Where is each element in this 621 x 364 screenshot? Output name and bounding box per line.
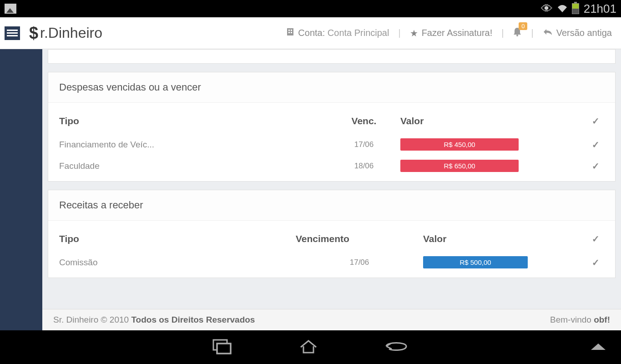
sidebar[interactable]	[0, 49, 42, 330]
notifications-button[interactable]: 0	[513, 27, 522, 39]
subscribe-link[interactable]: ★ Fazer Assinatura!	[410, 28, 493, 39]
col-header-tipo: Tipo	[59, 116, 332, 126]
income-row[interactable]: Comissão 17/06 R$ 500,00 ✓	[59, 252, 604, 273]
android-status-bar: 👁 21h01	[0, 0, 621, 17]
battery-icon	[572, 3, 579, 14]
amount-pill: R$ 650,00	[400, 160, 519, 172]
expense-row[interactable]: Financiamento de Veíc... 17/06 R$ 450,00…	[59, 134, 604, 155]
col-header-valor: Valor	[396, 116, 523, 126]
check-icon[interactable]: ✓	[592, 258, 600, 268]
svg-rect-7	[217, 344, 231, 354]
amount-pill: R$ 500,00	[423, 256, 528, 268]
clock-text: 21h01	[584, 2, 616, 16]
check-icon[interactable]: ✓	[592, 140, 600, 150]
check-header-icon: ✓	[592, 234, 600, 244]
android-nav-bar	[0, 330, 621, 364]
account-selector[interactable]: Conta: Conta Principal	[286, 27, 389, 39]
svg-point-5	[516, 35, 518, 36]
notification-badge: 0	[519, 22, 527, 30]
col-header-venc: Venc.	[332, 116, 396, 126]
eye-icon: 👁	[541, 2, 553, 16]
col-header-tipo: Tipo	[59, 233, 296, 244]
picture-notification-icon	[5, 4, 16, 14]
home-button[interactable]	[297, 337, 320, 357]
wifi-icon	[557, 2, 567, 16]
col-header-valor: Valor	[423, 233, 537, 244]
old-version-link[interactable]: Versão antiga	[543, 28, 612, 38]
svg-rect-2	[291, 30, 292, 31]
incomes-header-row: Tipo Vencimento Valor ✓	[59, 229, 604, 252]
svg-rect-3	[288, 32, 290, 33]
page-footer: Sr. Dinheiro © 2010 Todos os Direitos Re…	[42, 309, 621, 330]
svg-rect-0	[287, 28, 293, 35]
reply-icon	[543, 28, 553, 38]
check-header-icon: ✓	[592, 116, 600, 126]
check-icon[interactable]: ✓	[592, 161, 600, 171]
incomes-title: Receitas a receber	[48, 190, 615, 221]
expenses-panel: Despesas vencidas ou a vencer Tipo Venc.…	[48, 72, 616, 182]
recent-apps-button[interactable]	[211, 337, 233, 357]
expense-row[interactable]: Faculdade 18/06 R$ 650,00 ✓	[59, 155, 604, 177]
star-icon: ★	[410, 28, 418, 39]
amount-pill: R$ 450,00	[400, 138, 519, 151]
menu-icon[interactable]	[5, 26, 20, 40]
nav-menu-button[interactable]	[589, 341, 607, 354]
col-header-venc: Vencimento	[296, 233, 423, 244]
svg-rect-1	[288, 30, 290, 31]
svg-rect-4	[291, 32, 292, 33]
app-logo: $r.Dinheiro	[29, 24, 102, 43]
app-header: $r.Dinheiro Conta: Conta Principal | ★ F…	[0, 17, 621, 49]
building-icon	[286, 27, 294, 39]
logo-dollar-icon: $	[29, 24, 38, 43]
expenses-title: Despesas vencidas ou a vencer	[48, 72, 615, 103]
panel-stub	[48, 49, 616, 64]
back-button[interactable]	[384, 337, 411, 357]
incomes-panel: Receitas a receber Tipo Vencimento Valor…	[48, 190, 616, 278]
expenses-header-row: Tipo Venc. Valor ✓	[59, 111, 604, 134]
